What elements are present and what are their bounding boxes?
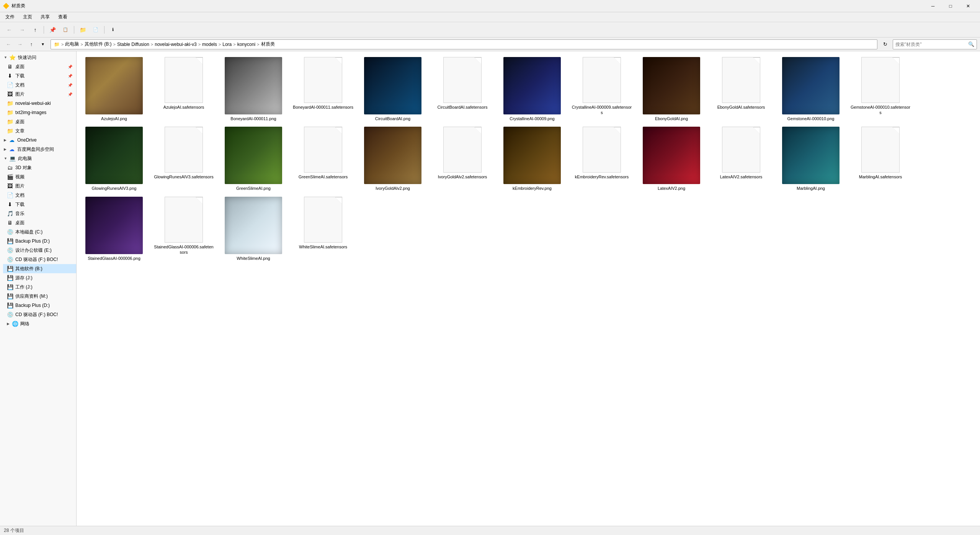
sidebar-onedrive[interactable]: ▶ ☁ OneDrive [0,135,76,145]
sidebar-this-pc[interactable]: ▼ 💻 此电脑 [0,154,76,163]
sidebar-desktop-pc[interactable]: 🖥 桌面 [3,218,76,227]
sidebar-item-article[interactable]: 📁 文章 [3,126,76,135]
file-item[interactable]: BoneyardAI-000011.png [219,54,288,123]
nav-recent-button[interactable]: ▼ [38,39,48,50]
menu-share[interactable]: 共享 [37,13,54,21]
menu-view[interactable]: 查看 [54,13,71,21]
file-item[interactable]: WhiteSlimeAI.safetensors [289,194,358,263]
forward-button[interactable]: → [16,24,28,36]
nav-forward-button[interactable]: → [15,39,25,50]
file-item[interactable]: EbonyGoldAI.png [637,54,706,123]
file-item[interactable]: MarblingAI.safetensors [846,124,915,193]
search-box[interactable]: 🔍 [893,39,977,49]
file-item[interactable]: CrystallineAI-000009.safetensors [567,54,636,123]
file-item[interactable]: GemstoneAI-000010.safetensors [846,54,915,123]
file-item[interactable]: GemstoneAI-000010.png [776,54,845,123]
file-item[interactable]: IvoryGoldAlv2.png [358,124,427,193]
desktop-label: 桌面 [15,64,24,70]
sidebar-docs[interactable]: 📄 文档 [3,191,76,200]
sidebar-drive-j1[interactable]: 💾 源存 (J:) [3,273,76,282]
content-area[interactable]: AzulejoAI.pngAzulejoAI.safetensorsBoneya… [77,51,980,526]
sidebar-video[interactable]: 🎬 视频 [3,172,76,181]
path-sep-6: > [219,42,221,47]
path-pc[interactable]: 此电脑 [65,41,79,47]
sidebar-item-documents[interactable]: 📄 文档 📌 [3,80,76,90]
properties-button[interactable]: ℹ [107,24,119,36]
pics-icon: 🖼 [7,183,13,189]
file-item[interactable]: MarblingAI.png [776,124,845,193]
sidebar-pictures[interactable]: 🖼 图片 [3,181,76,191]
path-konyconi[interactable]: konyconi [237,42,255,47]
file-item[interactable]: AzulejoAI.safetensors [149,54,218,123]
sidebar-item-txt2img[interactable]: 📁 txt2img-images [3,108,76,117]
menu-home[interactable]: 主页 [19,13,36,21]
file-item[interactable]: GreenSlimeAI.png [219,124,288,193]
file-item[interactable]: GreenSlimeAI.safetensors [289,124,358,193]
pin-indicator4: 📌 [68,92,72,96]
new-folder-button[interactable]: 📁 [77,24,89,36]
sidebar-item-pictures[interactable]: 🖼 图片 📌 [3,90,76,99]
nav-back-button[interactable]: ← [3,39,14,50]
sidebar-3dobject[interactable]: 🗂 3D 对象 [3,163,76,172]
refresh-button[interactable]: ↻ [880,39,890,50]
path-lora[interactable]: Lora [222,42,232,47]
minimize-button[interactable]: ─ [924,0,942,12]
file-item[interactable]: CrystallineAI-00009.png [498,54,567,123]
file-item[interactable]: WhiteSlimeAI.png [219,194,288,263]
path-current[interactable]: 材质类 [261,41,275,47]
sidebar-drive-d[interactable]: 💾 Backup Plus (D:) [3,237,76,246]
path-sep-2: > [80,42,83,47]
path-other[interactable]: 其他软件 (B:) [85,41,112,47]
file-item[interactable]: CircuitBoardAI.png [358,54,427,123]
sidebar-item-desktop2[interactable]: 📁 桌面 [3,117,76,126]
sidebar-drive-f2[interactable]: 💿 CD 驱动器 (F:) BOC! [3,310,76,319]
back-button[interactable]: ← [3,24,15,36]
sidebar-baidu[interactable]: ▶ ☁ 百度网盘同步空间 [0,145,76,154]
file-item[interactable]: CircuitBoardAI.safetensors [428,54,497,123]
file-item[interactable]: StainedGlassAI-000006.safetensors [149,194,218,263]
path-sep-7: > [233,42,235,47]
file-item[interactable]: kEmbroideryRev.png [498,124,567,193]
sidebar-item-novelai[interactable]: 📁 novelai-webui-aki [3,99,76,108]
maximize-button[interactable]: □ [942,0,959,12]
file-item[interactable]: LatexAIV2.png [637,124,706,193]
sidebar-network[interactable]: ▶ 🌐 网络 [3,319,76,328]
sidebar-drive-e[interactable]: 💿 设计办公软碟 (E:) [3,246,76,255]
search-input[interactable] [895,42,967,47]
sidebar-music[interactable]: 🎵 音乐 [3,209,76,218]
path-segment-1[interactable]: 📁 [54,42,60,47]
address-path[interactable]: 📁 > 此电脑 > 其他软件 (B:) > Stable Diffusion >… [51,39,877,49]
menu-file[interactable]: 文件 [2,13,18,21]
path-models[interactable]: models [202,42,217,47]
file-name: StainedGlassAI-000006.safetensors [153,244,214,255]
file-item[interactable]: kEmbroideryRev.safetensors [567,124,636,193]
up-button[interactable]: ↑ [29,24,41,36]
file-item[interactable]: LatexAIV2.safetensors [707,124,776,193]
sidebar-dl[interactable]: ⬇ 下载 [3,200,76,209]
sidebar-drive-c[interactable]: 💿 本地磁盘 (C:) [3,227,76,237]
sidebar-drive-f[interactable]: 💿 CD 驱动器 (F:) BOC! [3,255,76,264]
file-item[interactable]: IvoryGoldAlv2.safetensors [428,124,497,193]
sidebar-drive-d2[interactable]: 💾 Backup Plus (D:) [3,301,76,310]
nav-up-button[interactable]: ↑ [26,39,37,50]
sidebar-item-downloads[interactable]: ⬇ 下载 📌 [3,71,76,80]
file-item[interactable]: StainedGlassAI-000006.png [80,194,149,263]
copy-path-button[interactable]: 📋 [59,24,72,36]
sidebar-drive-m[interactable]: 💾 供应商资料 (M:) [3,292,76,301]
file-name: CrystallineAI-00009.png [510,116,554,121]
pin-button[interactable]: 📌 [46,24,59,36]
sidebar-drive-b[interactable]: 💾 其他软件 (B:) [3,264,76,273]
sidebar-quick-access[interactable]: ▼ ⭐ 快速访问 [0,53,76,62]
file-item[interactable]: EbonyGoldAI.safetensors [707,54,776,123]
sidebar-drive-j2[interactable]: 💾 工作 (J:) [3,282,76,292]
pc-icon: 💻 [10,155,16,161]
file-item[interactable]: GlowingRunesAIV3.png [80,124,149,193]
path-sd[interactable]: Stable Diffusion [117,42,149,47]
close-button[interactable]: ✕ [959,0,977,12]
file-item[interactable]: BoneyardAI-000011.safetensors [289,54,358,123]
file-item[interactable]: GlowingRunesAIV3.safetensors [149,124,218,193]
sidebar-item-desktop[interactable]: 🖥 桌面 📌 [3,62,76,71]
path-novelai[interactable]: novelai-webui-aki-v3 [155,42,196,47]
new-item-button[interactable]: 📄 [90,24,102,36]
file-item[interactable]: AzulejoAI.png [80,54,149,123]
